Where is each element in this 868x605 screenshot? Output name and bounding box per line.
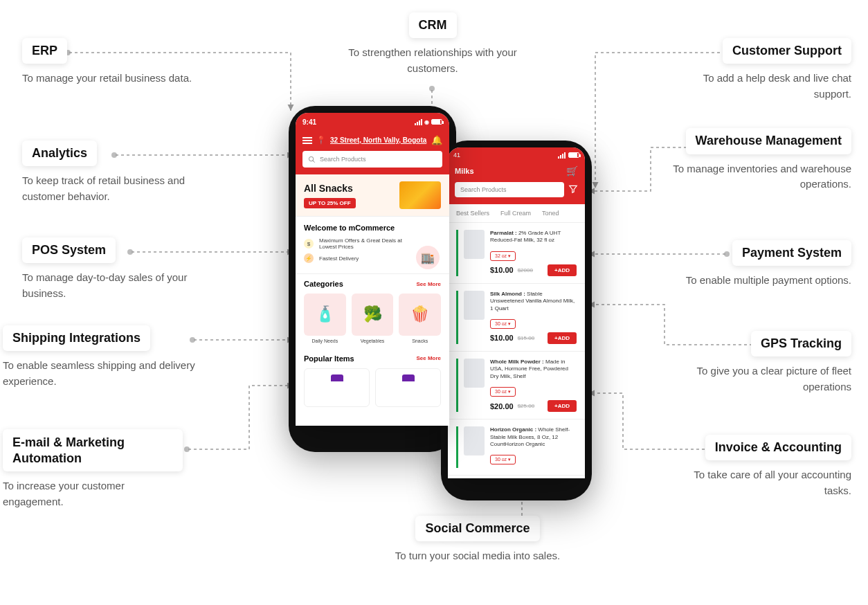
welcome-section: Welcome to mCommerce $ Maximum Offers & … [296, 217, 449, 274]
product-row[interactable]: Whole Milk Powder : Made in USA, Hormone… [448, 352, 585, 419]
category-vegetables[interactable]: 🥦 Vegetables [352, 294, 394, 343]
product-thumb [464, 359, 485, 388]
feature-warehouse: Warehouse Management To manage inventori… [671, 128, 851, 192]
feature-title: Analytics [22, 141, 97, 166]
feature-social: Social Commerce To turn your social medi… [388, 516, 568, 564]
phone1-screen: 9:41 ◉ 📍 32 Street, North Vally, Bogota … [296, 113, 449, 426]
phone2-screen: 41 Milks 🛒 Search Products Best Sellers … [448, 147, 585, 478]
product-name: Silk Almond : Stable Unsweetened Vanilla… [490, 291, 577, 312]
popular-section: Popular Items See More [296, 349, 449, 413]
see-more-link[interactable]: See More [416, 281, 441, 287]
product-stripe [456, 426, 458, 468]
search-placeholder: Search Products [320, 156, 366, 163]
promo-banner[interactable]: All Snacks UP TO 25% OFF [296, 174, 449, 217]
product-size[interactable]: 30 oz ▾ [490, 455, 516, 464]
welcome-title: Welcome to mCommerce [304, 224, 441, 232]
feature-desc: To enable multiple payment options. [686, 273, 851, 289]
product-price: $10.00 [490, 266, 514, 274]
product-old-price: $2000 [518, 267, 533, 273]
category-snacks[interactable]: 🍿 Snacks [399, 294, 441, 343]
product-thumb [464, 230, 485, 259]
feature-invoice: Invoice & Accounting To take care of all… [671, 435, 851, 498]
filter-icon[interactable] [568, 184, 578, 196]
feature-desc: To manage inventories and warehouse oper… [671, 161, 851, 192]
cart-icon[interactable]: 🛒 [566, 165, 578, 177]
product-name: Parmalat : 2% Grade A UHT Reduced-Fat Mi… [490, 230, 577, 244]
feature-title: Customer Support [723, 38, 851, 64]
bell-icon[interactable]: 🔔 [431, 135, 442, 145]
popular-item[interactable] [375, 368, 441, 407]
category-image: 🧴 [304, 294, 346, 336]
location-pin-icon: 📍 [316, 136, 326, 145]
product-size[interactable]: 32 oz ▾ [490, 251, 516, 261]
address-text[interactable]: 32 Street, North Vally, Bogota [330, 136, 427, 144]
banner-title: All Snacks [304, 183, 356, 194]
popular-item[interactable] [304, 368, 370, 407]
feature-desc: To give you a clear picture of fleet ope… [671, 363, 851, 395]
feature-desc: To add a help desk and live chat support… [671, 71, 851, 102]
feature-title: Social Commerce [415, 516, 539, 541]
feature-title: Shipping Integrations [3, 325, 150, 351]
category-label: Vegetables [352, 338, 394, 343]
see-more-link[interactable]: See More [416, 355, 441, 361]
tab-full-cream[interactable]: Full Cream [500, 210, 531, 217]
add-button[interactable]: +ADD [548, 264, 577, 276]
popular-title: Popular Items [304, 354, 354, 363]
phone1-header: 📍 32 Street, North Vally, Bogota 🔔 Searc… [296, 131, 449, 174]
product-row[interactable]: Horizon Organic : Whole Shelf-Stable Mil… [448, 419, 585, 476]
category-label: Snacks [399, 338, 441, 343]
add-button[interactable]: +ADD [548, 400, 577, 412]
signal-icon [415, 119, 422, 125]
search-icon [308, 156, 316, 163]
product-name: Whole Milk Powder : Made in USA, Hormone… [490, 359, 577, 380]
feature-desc: To strengthen relationships with your cu… [343, 45, 523, 76]
phone2-time: 41 [453, 152, 460, 159]
feature-title: ERP [22, 38, 67, 64]
feature-desc: To keep track of retail business and cus… [22, 173, 202, 204]
product-row[interactable]: Parmalat : 2% Grade A UHT Reduced-Fat Mi… [448, 223, 585, 284]
product-stripe [456, 230, 458, 276]
welcome-line1: Maximum Offers & Great Deals at Lowest P… [319, 237, 402, 250]
feature-email: E-mail & Marketing Automation To increas… [3, 429, 183, 509]
feature-desc: To take care of all your accounting task… [671, 467, 851, 498]
search-input[interactable]: Search Products [302, 151, 442, 168]
feature-erp: ERP To manage your retail business data. [22, 38, 192, 87]
product-price: $20.00 [490, 402, 514, 410]
feature-analytics: Analytics To keep track of retail busine… [22, 141, 202, 204]
feature-desc: To turn your social media into sales. [388, 548, 568, 564]
feature-support: Customer Support To add a help desk and … [671, 38, 851, 102]
tab-toned[interactable]: Toned [542, 210, 559, 217]
product-old-price: $25.00 [518, 403, 534, 409]
product-row[interactable]: Silk Almond : Stable Unsweetened Vanilla… [448, 284, 585, 352]
category-daily-needs[interactable]: 🧴 Daily Needs [304, 294, 346, 343]
phone1-time: 9:41 [302, 118, 316, 126]
categories-title: Categories [304, 280, 343, 288]
delivery-icon: ⚡ [304, 253, 314, 263]
banner-image [399, 181, 441, 209]
welcome-line2: Fastest Delivery [319, 255, 359, 262]
add-button[interactable]: +ADD [548, 332, 577, 344]
product-image [402, 374, 415, 401]
status-icons: ◉ [415, 119, 442, 125]
svg-point-5 [429, 86, 435, 91]
battery-icon [568, 152, 579, 158]
wifi-icon: ◉ [424, 119, 429, 125]
svg-point-4 [184, 446, 190, 452]
categories-section: Categories See More 🧴 Daily Needs 🥦 Vege… [296, 274, 449, 349]
feature-desc: To enable seamless shipping and delivery… [3, 358, 210, 389]
product-size[interactable]: 30 oz ▾ [490, 387, 516, 397]
search-placeholder: Search Products [460, 186, 507, 193]
search-input[interactable]: Search Products [455, 182, 564, 197]
product-image [331, 374, 343, 401]
feature-payment: Payment System To enable multiple paymen… [686, 240, 851, 289]
offers-icon: $ [304, 239, 314, 249]
feature-title: Invoice & Accounting [705, 435, 851, 460]
category-image: 🥦 [352, 294, 394, 336]
feature-title: Payment System [732, 240, 851, 266]
svg-point-11 [309, 156, 313, 161]
tab-best-sellers[interactable]: Best Sellers [456, 210, 489, 217]
product-size[interactable]: 30 oz ▾ [490, 319, 516, 329]
product-stripe [456, 291, 458, 344]
battery-icon [431, 119, 442, 125]
menu-icon[interactable] [302, 136, 312, 145]
